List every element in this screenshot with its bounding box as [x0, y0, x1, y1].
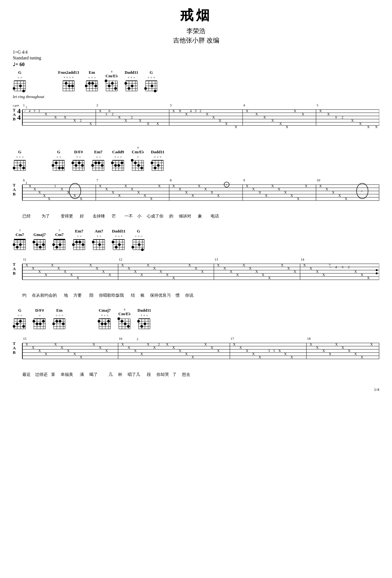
svg-text:X: X — [43, 194, 46, 197]
svg-text:X: X — [73, 352, 76, 356]
svg-text:X: X — [179, 187, 181, 191]
svg-text:X: X — [54, 342, 57, 346]
svg-text:X: X — [290, 194, 293, 197]
svg-point-516 — [59, 320, 61, 323]
svg-text:3: 3 — [34, 109, 35, 113]
svg-text:7: 7 — [96, 178, 98, 182]
svg-text:X: X — [67, 349, 70, 353]
chord-Cm7-2: 3 Cm7 — [52, 229, 66, 252]
svg-text:X: X — [45, 273, 47, 277]
chord-row-4: G ○○ D/F# ○ — [13, 308, 379, 331]
svg-point-546 — [127, 325, 130, 328]
svg-text:X: X — [268, 276, 271, 280]
svg-point-475 — [376, 269, 378, 271]
svg-text:X: X — [198, 184, 200, 188]
svg-point-341 — [39, 246, 41, 248]
svg-text:X: X — [89, 122, 92, 125]
svg-text:X: X — [38, 190, 41, 194]
chord-Dadd11-2: Dadd11 ×○× — [151, 149, 165, 172]
svg-text:X: X — [217, 263, 220, 267]
svg-text:X: X — [338, 194, 341, 197]
svg-text:X: X — [147, 342, 149, 346]
svg-point-233 — [140, 167, 143, 169]
svg-text:X: X — [326, 187, 328, 191]
svg-text:6: 6 — [23, 178, 25, 182]
svg-point-244 — [151, 162, 153, 164]
svg-point-381 — [98, 243, 101, 246]
svg-text:X: X — [179, 109, 181, 113]
chord-Dadd11-3: Dadd11 ×○× — [112, 229, 126, 252]
svg-text:2: 2 — [96, 103, 98, 107]
svg-text:X: X — [131, 187, 133, 191]
svg-point-50 — [105, 80, 107, 82]
svg-text:X: X — [80, 197, 82, 201]
svg-text:X: X — [322, 349, 325, 353]
svg-text:T: T — [13, 262, 16, 267]
svg-text:13: 13 — [215, 257, 218, 261]
svg-point-503 — [39, 323, 41, 325]
svg-text:X: X — [204, 342, 207, 346]
svg-point-10 — [13, 87, 15, 90]
svg-text:X: X — [137, 190, 140, 194]
svg-point-515 — [56, 320, 58, 323]
svg-text:X: X — [70, 273, 73, 277]
svg-text:X: X — [64, 115, 66, 119]
svg-point-529 — [98, 320, 100, 323]
svg-point-66 — [131, 85, 133, 87]
svg-text:X: X — [335, 342, 338, 346]
svg-text:X: X — [316, 270, 319, 273]
svg-text:X: X — [61, 346, 63, 349]
chord-Dadd11-4: Dadd11 ××○ — [137, 308, 151, 331]
svg-text:X: X — [38, 349, 41, 353]
svg-text:A: A — [13, 187, 16, 192]
svg-text:X: X — [302, 112, 304, 116]
svg-text:X: X — [99, 346, 102, 349]
svg-text:2: 2 — [131, 115, 133, 119]
svg-text:X: X — [294, 109, 296, 113]
svg-text:3: 3 — [137, 338, 138, 341]
svg-point-218 — [117, 164, 120, 167]
svg-text:X: X — [89, 263, 92, 267]
svg-text:T: T — [13, 341, 16, 346]
svg-text:11: 11 — [23, 257, 26, 261]
chord-G-1: G ○○ — [13, 70, 27, 93]
svg-point-65 — [128, 87, 130, 90]
svg-point-205 — [101, 164, 103, 167]
chord-row-3: 3 Cm7 Gmaj7 — [13, 229, 379, 252]
svg-text:X: X — [179, 349, 181, 353]
svg-text:X: X — [354, 270, 357, 273]
svg-text:3: 3 — [170, 103, 172, 107]
svg-text:B: B — [13, 271, 16, 276]
svg-text:X: X — [305, 184, 307, 188]
svg-text:X: X — [259, 355, 261, 359]
svg-point-407 — [141, 248, 144, 251]
svg-text:18: 18 — [307, 337, 311, 340]
svg-text:X: X — [361, 273, 363, 277]
svg-text:X: X — [262, 273, 264, 277]
svg-point-380 — [92, 241, 94, 243]
svg-point-530 — [101, 323, 103, 325]
svg-point-36 — [88, 82, 91, 85]
svg-text:1: 1 — [23, 103, 25, 107]
tuning-info: Standard tuning — [13, 56, 379, 61]
svg-point-161 — [13, 167, 15, 169]
svg-text:⌐: ⌐ — [330, 265, 332, 269]
svg-point-353 — [52, 243, 55, 246]
svg-text:X: X — [134, 270, 137, 273]
svg-text:2: 2 — [80, 118, 82, 122]
svg-text:8: 8 — [170, 178, 172, 182]
page-number: 1/4 — [13, 387, 379, 392]
svg-point-12 — [22, 90, 25, 92]
chord-G-5: G ○○○ — [132, 229, 146, 252]
svg-point-202 — [94, 162, 97, 164]
svg-text:2: 2 — [348, 265, 350, 269]
svg-text:X: X — [286, 125, 288, 129]
title: 戒烟 — [13, 6, 379, 24]
svg-text:X: X — [212, 115, 215, 119]
svg-point-25 — [71, 85, 74, 87]
svg-point-531 — [104, 323, 107, 325]
svg-text:X: X — [233, 342, 236, 346]
svg-text:0: 0 — [109, 109, 110, 113]
section-2: G ○○○ G ○○ — [13, 146, 379, 219]
svg-text:X: X — [121, 342, 124, 346]
